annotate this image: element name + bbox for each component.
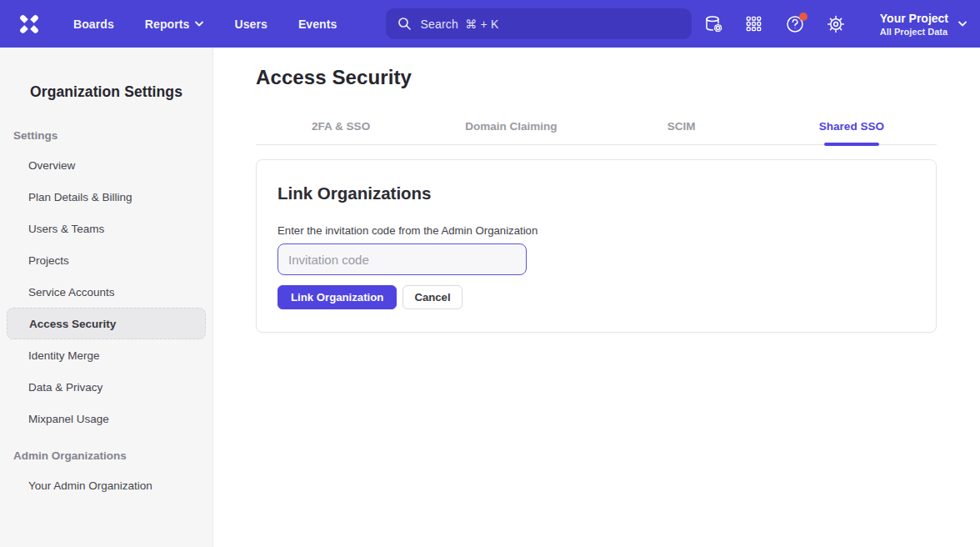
sidebar-item-projects[interactable]: Projects xyxy=(0,244,212,276)
nav-item-label: Users xyxy=(234,18,267,31)
apps-grid-icon[interactable] xyxy=(744,14,764,34)
tab-domain-claiming[interactable]: Domain Claiming xyxy=(426,108,596,144)
org-settings-sidebar: Organization Settings Settings Overview … xyxy=(0,48,213,547)
page-title: Access Security xyxy=(256,66,937,89)
tab-2fa-sso[interactable]: 2FA & SSO xyxy=(256,108,426,144)
card-title: Link Organizations xyxy=(278,183,915,203)
tab-scim[interactable]: SCIM xyxy=(597,108,767,144)
sidebar-item-data-privacy[interactable]: Data & Privacy xyxy=(0,371,212,403)
sidebar-item-mixpanel-usage[interactable]: Mixpanel Usage xyxy=(0,403,212,434)
primary-nav: Boards Reports Users Events xyxy=(73,18,337,31)
invitation-code-label: Enter the invitation code from the Admin… xyxy=(278,224,915,237)
nav-item-label: Events xyxy=(298,18,338,31)
navbar-right-group: Your Project All Project Data xyxy=(703,11,967,38)
nav-item-label: Boards xyxy=(73,18,114,31)
sidebar-item-identity-merge[interactable]: Identity Merge xyxy=(0,339,212,371)
sidebar-section-settings: Settings xyxy=(0,129,212,142)
sidebar-section-admin-organizations: Admin Organizations xyxy=(0,449,212,462)
project-name: Your Project xyxy=(880,11,948,26)
nav-item-label: Reports xyxy=(145,18,190,31)
sidebar-admin-list: Your Admin Organization xyxy=(0,469,212,501)
sidebar-title: Organization Settings xyxy=(0,83,212,101)
help-icon[interactable] xyxy=(785,14,805,34)
chevron-down-icon xyxy=(958,21,967,27)
data-management-icon[interactable] xyxy=(703,14,723,34)
search-placeholder: Search ⌘ + K xyxy=(420,18,498,31)
sidebar-item-your-admin-organization[interactable]: Your Admin Organization xyxy=(0,469,212,501)
nav-item-users[interactable]: Users xyxy=(234,18,267,31)
sidebar-item-access-security[interactable]: Access Security xyxy=(7,308,206,339)
sidebar-item-users-teams[interactable]: Users & Teams xyxy=(0,213,212,244)
link-organizations-card: Link Organizations Enter the invitation … xyxy=(256,159,937,333)
link-organization-button[interactable]: Link Organization xyxy=(278,285,397,309)
top-navbar: Boards Reports Users Events Search ⌘ + K xyxy=(0,0,980,48)
search-icon xyxy=(398,17,412,31)
settings-gear-icon[interactable] xyxy=(826,14,846,34)
notification-dot xyxy=(799,13,808,21)
project-switcher[interactable]: Your Project All Project Data xyxy=(880,11,967,38)
access-security-tabs: 2FA & SSO Domain Claiming SCIM Shared SS… xyxy=(256,108,937,145)
main-content: Access Security 2FA & SSO Domain Claimin… xyxy=(213,48,980,547)
nav-item-events[interactable]: Events xyxy=(298,18,338,31)
global-search-bar[interactable]: Search ⌘ + K xyxy=(386,8,692,39)
active-tab-underline xyxy=(824,143,879,146)
invitation-code-input[interactable] xyxy=(278,243,527,275)
sidebar-item-plan-details-billing[interactable]: Plan Details & Billing xyxy=(0,181,212,213)
mixpanel-logo-icon[interactable] xyxy=(17,12,42,37)
nav-item-boards[interactable]: Boards xyxy=(73,18,114,31)
sidebar-item-overview[interactable]: Overview xyxy=(0,149,212,181)
tab-label: Shared SSO xyxy=(819,120,884,133)
chevron-down-icon xyxy=(195,21,203,27)
nav-item-reports[interactable]: Reports xyxy=(145,18,204,31)
card-actions: Link Organization Cancel xyxy=(278,285,915,309)
sidebar-item-service-accounts[interactable]: Service Accounts xyxy=(0,276,212,308)
sidebar-settings-list: Overview Plan Details & Billing Users & … xyxy=(0,149,212,434)
tab-shared-sso[interactable]: Shared SSO xyxy=(767,108,937,144)
project-subtitle: All Project Data xyxy=(880,26,948,38)
cancel-button[interactable]: Cancel xyxy=(402,285,462,309)
